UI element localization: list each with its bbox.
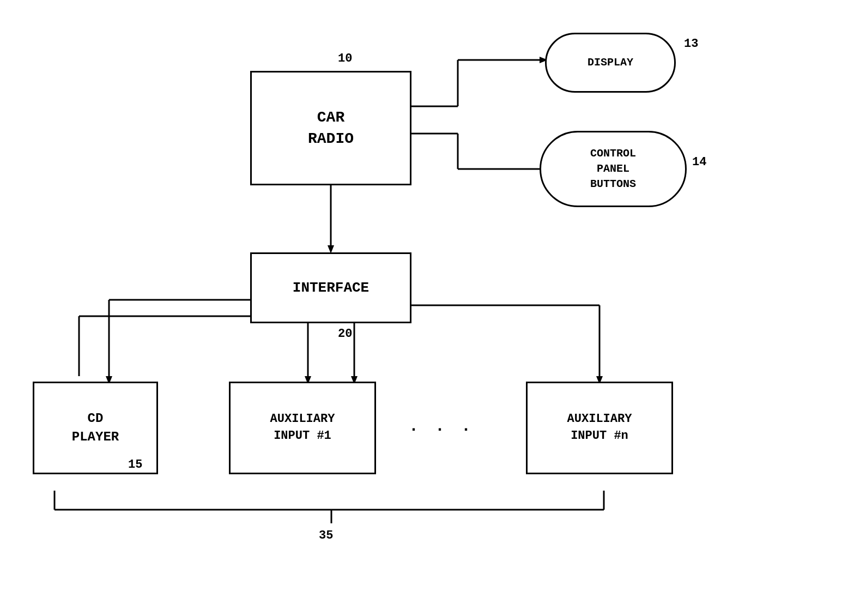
car-radio-box: CARRADIO bbox=[250, 71, 411, 185]
display-label: DISPLAY bbox=[588, 55, 633, 70]
interface-id: 20 bbox=[338, 327, 352, 341]
interface-box: INTERFACE bbox=[250, 252, 411, 323]
cd-player-id: 15 bbox=[128, 458, 142, 472]
diagram: CARRADIO 10 INTERFACE 20 DISPLAY 13 CONT… bbox=[0, 0, 866, 616]
display-bubble: DISPLAY bbox=[545, 33, 676, 93]
car-radio-id: 10 bbox=[338, 52, 352, 65]
brace-label: 35 bbox=[319, 529, 333, 542]
connection-lines bbox=[0, 0, 866, 616]
cd-player-label: CDPLAYER bbox=[72, 409, 119, 446]
control-panel-bubble: CONTROLPANELBUTTONS bbox=[540, 131, 687, 207]
aux-input-1-label: AUXILIARYINPUT #1 bbox=[270, 411, 335, 445]
car-radio-label: CARRADIO bbox=[308, 107, 354, 149]
interface-label: INTERFACE bbox=[293, 278, 369, 298]
aux-input-n-label: AUXILIARYINPUT #n bbox=[567, 411, 632, 445]
control-panel-id: 14 bbox=[692, 155, 706, 169]
aux-input-n-box: AUXILIARYINPUT #n bbox=[526, 382, 673, 474]
control-panel-label: CONTROLPANELBUTTONS bbox=[590, 146, 636, 192]
aux-input-1-box: AUXILIARYINPUT #1 bbox=[229, 382, 376, 474]
display-id: 13 bbox=[684, 37, 698, 51]
dots-separator: . . . bbox=[409, 417, 474, 436]
